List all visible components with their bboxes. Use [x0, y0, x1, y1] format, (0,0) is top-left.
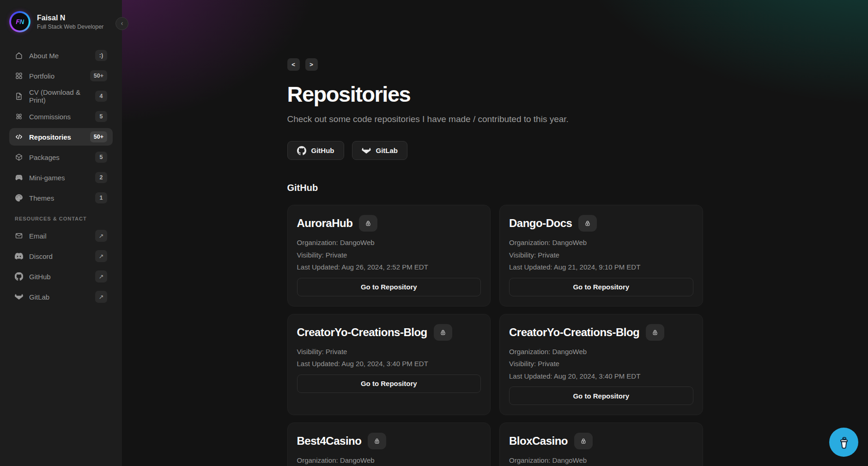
repo-updated: Last Updated: Aug 20, 2024, 3:40 PM EDT — [509, 372, 693, 380]
external-link-icon: ↗ — [95, 230, 107, 242]
sidebar-item-cv[interactable]: CV (Download & Print) 4 — [9, 87, 113, 105]
repo-title: Dango-Docs — [509, 217, 572, 230]
repo-card: CreatorYo-Creations-Blog Organization: D… — [499, 314, 703, 416]
go-to-repository-button[interactable]: Go to Repository — [509, 386, 693, 405]
grid-icon — [15, 72, 23, 80]
repo-visibility: Visibility: Private — [297, 251, 481, 259]
code-icon — [15, 133, 23, 141]
repo-title: Best4Casino — [297, 435, 362, 448]
private-badge — [359, 215, 377, 232]
repository-grid: AuroraHub Organization: DangoWeb Visibil… — [287, 205, 703, 466]
sidebar-item-label: Commissions — [29, 113, 71, 121]
avatar-initials: FN — [16, 18, 24, 25]
chevron-left-icon: ‹ — [121, 20, 123, 26]
back-button[interactable]: < — [287, 58, 300, 71]
lock-icon — [584, 220, 591, 227]
repo-title: CreatorYo-Creations-Blog — [297, 326, 427, 339]
sidebar-link-label: GitLab — [29, 293, 49, 301]
repo-updated: Last Updated: Aug 21, 2024, 9:10 PM EDT — [509, 263, 693, 271]
repo-organization: Organization: DangoWeb — [297, 456, 481, 464]
buy-me-a-coffee-button[interactable] — [829, 428, 858, 457]
go-to-repository-button[interactable]: Go to Repository — [509, 278, 693, 296]
profile-header: FN Faisal N Full Stack Web Developer — [9, 11, 113, 32]
repo-card: Best4Casino Organization: DangoWeb Visib… — [287, 423, 491, 466]
repo-organization: Organization: DangoWeb — [297, 239, 481, 246]
home-icon — [15, 51, 23, 60]
gitlab-icon — [15, 293, 23, 301]
repo-card: Dango-Docs Organization: DangoWeb Visibi… — [499, 205, 703, 307]
external-link-icon: ↗ — [95, 250, 107, 262]
sidebar-link-github[interactable]: GitHub ↗ — [9, 268, 113, 285]
document-icon — [15, 92, 23, 100]
history-buttons: < > — [287, 58, 703, 71]
lock-icon — [580, 437, 587, 445]
sidebar-link-label: Discord — [29, 252, 53, 260]
repo-organization: Organization: DangoWeb — [509, 348, 693, 356]
palette-icon — [15, 194, 23, 202]
sidebar-item-about-me[interactable]: About Me :) — [9, 47, 113, 64]
lock-icon — [364, 220, 372, 227]
sidebar-item-label: CV (Download & Print) — [29, 88, 89, 104]
page-subtitle: Check out some code repositories I have … — [287, 114, 703, 124]
github-group-title: GitHub — [287, 183, 703, 193]
sidebar-item-label: Mini-games — [29, 174, 65, 182]
app-window: FN Faisal N Full Stack Web Developer Abo… — [0, 0, 868, 466]
discord-icon — [15, 252, 23, 260]
sidebar-item-repositories[interactable]: Repositories 50+ — [9, 128, 113, 146]
sidebar-item-badge: 5 — [95, 111, 107, 123]
repo-visibility: Visibility: Private — [509, 251, 693, 259]
external-link-icon: ↗ — [95, 291, 107, 303]
sidebar-link-label: GitHub — [29, 273, 51, 281]
sidebar-item-badge: 4 — [95, 91, 107, 102]
sidebar-link-discord[interactable]: Discord ↗ — [9, 247, 113, 265]
repo-card: BloxCasino Organization: DangoWeb Visibi… — [499, 423, 703, 466]
sidebar-item-themes[interactable]: Themes 1 — [9, 189, 113, 207]
gitlab-filter-button[interactable]: GitLab — [352, 141, 408, 160]
github-icon — [297, 146, 306, 155]
sidebar-item-portfolio[interactable]: Portfolio 50+ — [9, 67, 113, 85]
sidebar: FN Faisal N Full Stack Web Developer Abo… — [0, 0, 122, 466]
mail-icon — [15, 232, 23, 240]
gitlab-icon — [362, 146, 371, 155]
sidebar-item-badge: :) — [95, 50, 107, 61]
lock-icon — [373, 437, 381, 445]
repo-card: CreatorYo-Creations-Blog Visibility: Pri… — [287, 314, 491, 416]
sidebar-link-label: Email — [29, 232, 47, 240]
sidebar-item-badge: 5 — [95, 152, 107, 163]
repo-visibility: Visibility: Private — [509, 360, 693, 368]
coffee-cup-icon — [836, 434, 852, 451]
forward-button[interactable]: > — [305, 58, 318, 71]
lock-icon — [439, 329, 447, 336]
sidebar-collapse-button[interactable]: ‹ — [115, 17, 128, 30]
repo-updated: Last Updated: Aug 26, 2024, 2:52 PM EDT — [297, 263, 481, 271]
sidebar-item-label: Repositories — [29, 133, 71, 141]
page-content: < > Repositories Check out some code rep… — [287, 0, 703, 466]
package-icon — [15, 153, 23, 161]
private-badge — [368, 433, 386, 449]
private-badge — [646, 324, 664, 341]
sidebar-item-commissions[interactable]: Commissions 5 — [9, 108, 113, 125]
go-to-repository-button[interactable]: Go to Repository — [297, 278, 481, 296]
go-to-repository-button[interactable]: Go to Repository — [297, 374, 481, 393]
sidebar-link-email[interactable]: Email ↗ — [9, 227, 113, 245]
sidebar-item-label: Portfolio — [29, 72, 55, 80]
sidebar-item-badge: 50+ — [90, 70, 107, 82]
repo-card: AuroraHub Organization: DangoWeb Visibil… — [287, 205, 491, 307]
sidebar-link-gitlab[interactable]: GitLab ↗ — [9, 288, 113, 306]
private-badge — [578, 215, 597, 232]
sidebar-item-badge: 2 — [95, 172, 107, 184]
external-link-icon: ↗ — [95, 270, 107, 282]
gamepad-icon — [15, 173, 23, 182]
repo-organization: Organization: DangoWeb — [509, 456, 693, 464]
github-filter-button[interactable]: GitHub — [287, 141, 344, 160]
repo-title: CreatorYo-Creations-Blog — [509, 326, 639, 339]
sidebar-item-mini-games[interactable]: Mini-games 2 — [9, 169, 113, 186]
private-badge — [434, 324, 452, 341]
sidebar-item-label: Packages — [29, 153, 60, 161]
profile-name: Faisal N — [37, 14, 103, 22]
sidebar-nav: About Me :) Portfolio 50+ CV (Download &… — [9, 47, 113, 306]
profile-role: Full Stack Web Developer — [37, 24, 103, 30]
main-area: < > Repositories Check out some code rep… — [122, 0, 868, 466]
sidebar-item-packages[interactable]: Packages 5 — [9, 148, 113, 166]
sidebar-item-label: Themes — [29, 194, 54, 202]
